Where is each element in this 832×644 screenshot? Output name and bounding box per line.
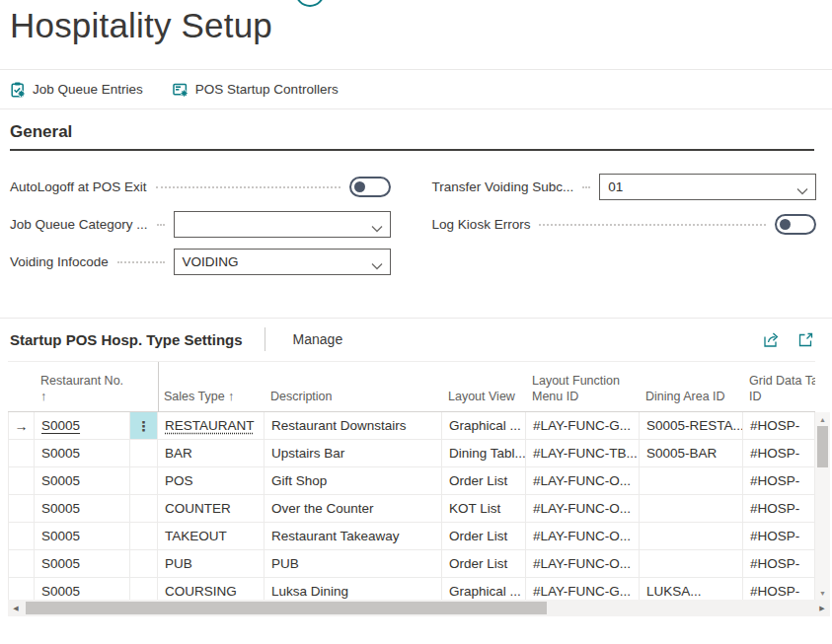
- cell-layout-view[interactable]: Order List: [442, 550, 526, 577]
- cell-grid-data[interactable]: #HOSP-: [743, 440, 815, 466]
- cell-sales-type[interactable]: TAKEOUT: [158, 523, 265, 549]
- voiding-infocode-combobox[interactable]: VOIDING: [174, 249, 391, 275]
- table-row[interactable]: → S0005 ⋮ BAR Upstairs Bar Dining Tabl..…: [8, 440, 815, 467]
- row-options-cell[interactable]: ⋮: [130, 523, 158, 549]
- cell-description[interactable]: Luksa Dining: [265, 578, 442, 600]
- row-selector-cell[interactable]: →: [8, 550, 35, 577]
- cell-layout-view[interactable]: Dining Tabl...: [442, 440, 526, 466]
- header-layout-function[interactable]: Layout Function Menu ID: [526, 362, 640, 411]
- transfer-voiding-combobox[interactable]: 01: [599, 174, 816, 200]
- table-row[interactable]: → S0005 ⋮ TAKEOUT Restaurant Takeaway Or…: [8, 523, 815, 550]
- cell-restaurant-no[interactable]: S0005: [35, 495, 130, 522]
- cell-layout-function[interactable]: #LAY-FUNC-O...: [526, 523, 640, 549]
- cell-layout-function[interactable]: #LAY-FUNC-TB...: [526, 440, 640, 466]
- vertical-scrollbar[interactable]: ▲ ▼: [815, 412, 830, 600]
- row-options-cell[interactable]: ⋮: [130, 578, 158, 600]
- share-button[interactable]: [763, 331, 781, 348]
- cell-grid-data[interactable]: #HOSP-: [743, 523, 815, 549]
- cell-description[interactable]: Upstairs Bar: [265, 440, 442, 466]
- row-selector-cell[interactable]: →: [8, 440, 35, 466]
- scroll-up-button[interactable]: ▲: [815, 412, 830, 426]
- cell-dining-area[interactable]: [640, 523, 743, 549]
- cell-dining-area[interactable]: S0005-BAR: [640, 440, 743, 466]
- cell-sales-type[interactable]: RESTAURANT: [158, 412, 265, 439]
- vertical-scroll-track[interactable]: [815, 426, 830, 586]
- cell-layout-function[interactable]: #LAY-FUNC-O...: [526, 495, 640, 522]
- autologoff-toggle[interactable]: [349, 177, 391, 197]
- cell-layout-function[interactable]: #LAY-FUNC-O...: [526, 550, 640, 577]
- cell-description[interactable]: PUB: [265, 550, 442, 577]
- header-layout-view[interactable]: Layout View: [442, 362, 526, 411]
- cell-description[interactable]: Over the Counter: [265, 495, 442, 522]
- scroll-right-button[interactable]: ▶: [814, 600, 830, 616]
- row-options-cell[interactable]: ⋮: [130, 440, 158, 466]
- cell-sales-type[interactable]: COURSING: [158, 578, 265, 600]
- row-options-cell[interactable]: ⋮: [130, 495, 158, 522]
- chevron-down-icon[interactable]: [371, 221, 383, 236]
- row-options-cell[interactable]: ⋮: [130, 412, 158, 439]
- cell-layout-view[interactable]: Order List: [442, 467, 526, 494]
- header-dining-area[interactable]: Dining Area ID: [640, 362, 743, 411]
- scroll-left-button[interactable]: ◀: [8, 600, 24, 616]
- horizontal-scroll-thumb[interactable]: [26, 602, 547, 614]
- cell-dining-area[interactable]: LUKSA...: [640, 578, 743, 600]
- row-selector-cell[interactable]: →: [8, 523, 35, 549]
- table-row[interactable]: → S0005 ⋮ COURSING Luksa Dining Graphica…: [8, 578, 815, 600]
- cell-description[interactable]: Gift Shop: [265, 467, 442, 494]
- chevron-down-icon[interactable]: [371, 258, 383, 273]
- row-selector-cell[interactable]: →: [8, 495, 35, 522]
- job-queue-category-combobox[interactable]: [174, 211, 391, 238]
- cell-restaurant-no[interactable]: S0005: [35, 412, 130, 439]
- log-kiosk-errors-toggle[interactable]: [775, 214, 816, 235]
- table-row[interactable]: → S0005 ⋮ RESTAURANT Restaurant Downstai…: [8, 412, 815, 440]
- cell-restaurant-no[interactable]: S0005: [35, 440, 130, 466]
- open-in-new-window-button[interactable]: [797, 331, 814, 348]
- header-description[interactable]: Description: [265, 362, 442, 411]
- row-options-cell[interactable]: ⋮: [130, 467, 158, 494]
- cell-layout-function[interactable]: #LAY-FUNC-G...: [526, 578, 640, 600]
- table-row[interactable]: → S0005 ⋮ POS Gift Shop Order List #LAY-…: [8, 467, 815, 495]
- horizontal-scroll-track[interactable]: [24, 600, 814, 616]
- table-row[interactable]: → S0005 ⋮ COUNTER Over the Counter KOT L…: [8, 495, 815, 523]
- cell-grid-data[interactable]: #HOSP-: [743, 578, 815, 600]
- cell-layout-view[interactable]: KOT List: [442, 495, 526, 522]
- chevron-down-icon[interactable]: [796, 183, 808, 198]
- cell-layout-function[interactable]: #LAY-FUNC-O...: [526, 467, 640, 494]
- table-row[interactable]: → S0005 ⋮ PUB PUB Order List #LAY-FUNC-O…: [8, 550, 815, 578]
- cell-layout-function[interactable]: #LAY-FUNC-G...: [526, 412, 640, 439]
- header-grid-data[interactable]: Grid Data Ta ID: [743, 362, 815, 411]
- cell-restaurant-no[interactable]: S0005: [35, 467, 130, 494]
- cell-dining-area[interactable]: [640, 467, 743, 494]
- cell-sales-type[interactable]: COUNTER: [158, 495, 265, 522]
- cell-grid-data[interactable]: #HOSP-: [743, 412, 815, 439]
- manage-menu-button[interactable]: Manage: [293, 331, 343, 347]
- row-selector-cell[interactable]: →: [8, 578, 35, 600]
- cell-dining-area[interactable]: [640, 550, 743, 577]
- row-options-cell[interactable]: ⋮: [130, 550, 158, 577]
- cell-grid-data[interactable]: #HOSP-: [743, 467, 815, 494]
- header-restaurant-no[interactable]: Restaurant No. ↑: [35, 362, 130, 411]
- cell-restaurant-no[interactable]: S0005: [35, 523, 130, 549]
- cell-grid-data[interactable]: #HOSP-: [743, 495, 815, 522]
- row-selector-cell[interactable]: →: [8, 467, 35, 494]
- row-selector-cell[interactable]: →: [8, 412, 35, 439]
- cell-sales-type[interactable]: PUB: [158, 550, 265, 577]
- cell-grid-data[interactable]: #HOSP-: [743, 550, 815, 577]
- header-sales-type[interactable]: Sales Type ↑: [158, 362, 265, 411]
- cell-restaurant-no[interactable]: S0005: [35, 550, 130, 577]
- pos-startup-controllers-button[interactable]: POS Startup Controllers: [173, 82, 339, 98]
- cell-layout-view[interactable]: Order List: [442, 523, 526, 549]
- cell-layout-view[interactable]: Graphical ...: [442, 412, 526, 439]
- scroll-down-button[interactable]: ▼: [815, 586, 830, 600]
- cell-description[interactable]: Restaurant Downstairs: [265, 412, 442, 439]
- horizontal-scrollbar[interactable]: ◀ ▶: [8, 600, 830, 616]
- vertical-scroll-thumb[interactable]: [817, 426, 828, 467]
- cell-dining-area[interactable]: S0005-RESTA...: [640, 412, 743, 439]
- cell-restaurant-no[interactable]: S0005: [35, 578, 130, 600]
- cell-dining-area[interactable]: [640, 495, 743, 522]
- cell-sales-type[interactable]: POS: [158, 467, 265, 494]
- job-queue-entries-button[interactable]: Job Queue Entries: [10, 82, 143, 98]
- cell-layout-view[interactable]: Graphical ...: [442, 578, 526, 600]
- cell-sales-type[interactable]: BAR: [158, 440, 265, 466]
- cell-description[interactable]: Restaurant Takeaway: [265, 523, 442, 549]
